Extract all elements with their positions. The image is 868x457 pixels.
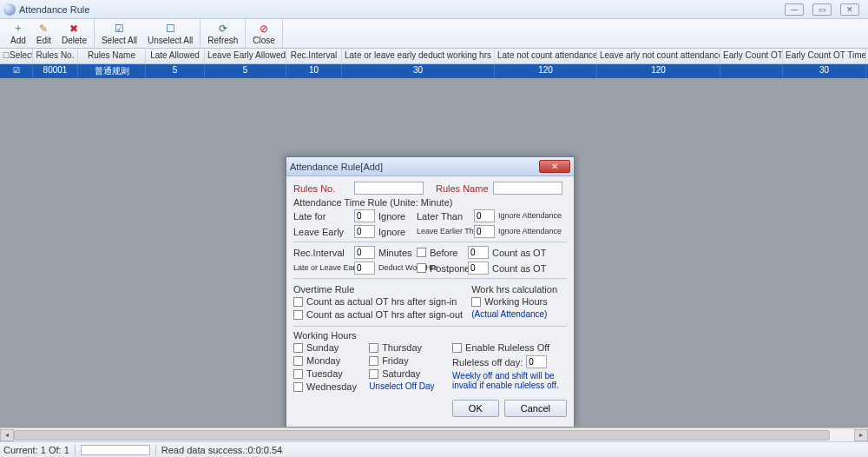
scroll-left-arrow[interactable]: ◂ (0, 429, 14, 441)
count-as-ot-label-2: Count as OT (492, 263, 544, 274)
col-select[interactable]: Select (0, 49, 33, 63)
dialog-title: Attendance Rule[Add] (290, 162, 383, 172)
col-early-count-ot-time[interactable]: Early Count OT Time (783, 49, 866, 63)
refresh-button[interactable]: ⟳Refresh (206, 22, 240, 46)
add-button[interactable]: ＋Add (9, 22, 28, 46)
horizontal-scrollbar[interactable]: ◂ ▸ (0, 427, 868, 441)
ot-signout-checkbox[interactable] (293, 310, 303, 320)
ok-button[interactable]: OK (452, 400, 499, 417)
leave-early-input[interactable] (354, 225, 375, 238)
tuesday-label: Tuesday (306, 368, 343, 379)
scroll-right-arrow[interactable]: ▸ (854, 429, 868, 441)
unselect-off-day-link[interactable]: Unselect Off Day (369, 381, 445, 391)
row-select[interactable] (0, 64, 33, 78)
wednesday-checkbox[interactable] (293, 382, 303, 392)
row-late-not-count: 120 (495, 64, 597, 78)
later-than-input[interactable] (474, 209, 495, 222)
rules-no-input[interactable] (354, 182, 424, 195)
leave-earlier-than-input[interactable] (474, 225, 495, 238)
row-leave-early-allowed: 5 (205, 64, 286, 78)
thursday-checkbox[interactable] (369, 343, 378, 353)
close-icon: ⊘ (258, 23, 270, 35)
grid-body[interactable]: 80001 普通规则 5 5 10 30 120 120 30 Attendan… (0, 64, 868, 427)
grid-header: Select Rules No. Rules Name Late Allowed… (0, 49, 868, 64)
refresh-icon: ⟳ (217, 23, 229, 35)
tuesday-checkbox[interactable] (293, 369, 303, 379)
app-icon (3, 3, 16, 16)
status-progress (81, 445, 150, 455)
table-row[interactable]: 80001 普通规则 5 5 10 30 120 120 30 (0, 64, 868, 78)
ruleless-hint: Weekly off and shift will be invalid if … (452, 371, 567, 390)
minimize-button[interactable]: — (785, 3, 804, 16)
status-current: Current: 1 Of: 1 (3, 445, 69, 455)
working-hours-label: Working Hours (484, 296, 548, 307)
saturday-checkbox[interactable] (369, 369, 378, 379)
col-rules-name[interactable]: Rules Name (78, 49, 146, 63)
late-or-leave-input[interactable] (354, 262, 375, 275)
delete-icon: ✖ (68, 23, 80, 35)
wednesday-label: Wednesday (306, 381, 357, 392)
before-checkbox[interactable] (417, 248, 426, 257)
sunday-checkbox[interactable] (293, 343, 303, 353)
deduct-work-hrs-label: Deduct Work Hrs (378, 264, 413, 272)
window-titlebar: Attendance Rule — ▭ ✕ (0, 0, 868, 19)
close-button[interactable]: ⊘Close (251, 22, 277, 46)
row-early-count-ot-time: 30 (783, 64, 866, 78)
before-input[interactable] (468, 246, 489, 259)
close-window-button[interactable]: ✕ (840, 3, 859, 16)
dialog-close-button[interactable]: ✕ (539, 160, 570, 173)
thursday-label: Thursday (382, 342, 422, 353)
ot-signin-checkbox[interactable] (293, 297, 303, 307)
postpone-input[interactable] (468, 262, 489, 275)
working-hours-checkbox[interactable] (471, 297, 481, 307)
enable-ruleless-checkbox[interactable] (452, 343, 462, 353)
row-leave-early-not-count: 120 (597, 64, 720, 78)
unselect-all-icon: ☐ (164, 23, 176, 35)
sunday-label: Sunday (306, 342, 339, 353)
friday-label: Friday (382, 355, 409, 366)
col-late-not-count[interactable]: Late not count attendance (495, 49, 597, 63)
cancel-button[interactable]: Cancel (504, 400, 567, 417)
row-rules-no: 80001 (33, 64, 78, 78)
enable-ruleless-label: Enable Ruleless Off (465, 342, 549, 353)
scroll-thumb[interactable] (14, 430, 830, 440)
ot-signout-label: Count as actual OT hrs after sign-out (306, 309, 463, 320)
actual-attendance-hint: (Actual Attendance) (471, 309, 567, 319)
leave-early-label: Leave Early (293, 227, 351, 237)
monday-checkbox[interactable] (293, 356, 303, 366)
ignore-attendance-label: Ignore Attendance (498, 212, 550, 220)
before-label: Before (430, 248, 464, 258)
edit-button[interactable]: ✎Edit (35, 22, 53, 46)
workcalc-section: Work hrs calculation (471, 284, 567, 295)
row-late-allowed: 5 (146, 64, 205, 78)
ruleless-day-input[interactable] (526, 355, 547, 368)
rules-name-input[interactable] (493, 182, 562, 195)
col-leave-early-not-count[interactable]: Leave arly not count attendance (597, 49, 720, 63)
rec-interval-input[interactable] (354, 246, 375, 259)
ruleless-day-label: Ruleless off day: (452, 357, 523, 368)
friday-checkbox[interactable] (369, 356, 378, 366)
edit-icon: ✎ (37, 23, 49, 35)
monday-label: Monday (306, 355, 340, 366)
col-rec-interval[interactable]: Rec.Interval (286, 49, 342, 63)
time-rule-section: Attendance Time Rule (Unite: Minute) (293, 197, 567, 208)
select-all-icon: ☑ (114, 23, 126, 35)
maximize-button[interactable]: ▭ (812, 3, 832, 16)
add-icon: ＋ (12, 23, 24, 35)
leave-early-ignore-label: Ignore (378, 227, 410, 237)
delete-button[interactable]: ✖Delete (60, 22, 89, 46)
col-rules-no[interactable]: Rules No. (33, 49, 78, 63)
col-early-count-ot[interactable]: Early Count OT (720, 49, 783, 63)
late-for-label: Late for (293, 211, 351, 222)
row-rules-name: 普通规则 (78, 64, 146, 78)
select-all-button[interactable]: ☑Select All (100, 22, 139, 46)
col-late-allowed[interactable]: Late Allowed (146, 49, 205, 63)
row-deduct-hrs: 30 (342, 64, 495, 78)
late-for-input[interactable] (354, 209, 375, 222)
overtime-section: Overtime Rule (293, 284, 463, 295)
col-leave-early-allowed[interactable]: Leave Early Allowed (205, 49, 286, 63)
unselect-all-button[interactable]: ☐Unselect All (146, 22, 194, 46)
col-deduct-hrs[interactable]: Late or leave early deduct working hrs (342, 49, 495, 63)
postpone-checkbox[interactable] (417, 263, 426, 273)
postpone-label: Postpone (430, 263, 464, 274)
